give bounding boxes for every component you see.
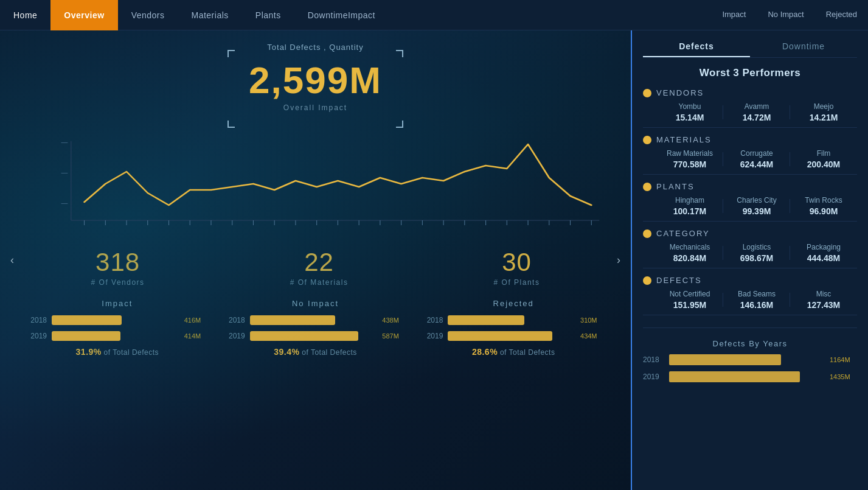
performer-dot <box>643 183 651 191</box>
bar-row: 2018 310M <box>423 315 603 325</box>
bar-fill <box>52 331 120 341</box>
nav-item-materials[interactable]: Materials <box>178 0 242 30</box>
year-bar-row: 2018 1164M <box>643 354 857 365</box>
nav-item-overview[interactable]: Overview <box>50 0 117 30</box>
bar-year: 2018 <box>27 316 47 324</box>
performer-category: Vendors <box>656 88 704 97</box>
performer-divider <box>643 174 857 175</box>
bar-row: 2018 416M <box>27 315 207 325</box>
performer-item: Film 200.40M <box>790 149 857 169</box>
performer-dot <box>643 276 651 285</box>
svg-text:—: — <box>61 200 68 207</box>
performer-name: Misc <box>790 290 857 298</box>
performer-item: Twin Rocks 96.90M <box>790 196 857 216</box>
performer-divider <box>643 221 857 222</box>
bar-value: 438M <box>382 317 405 324</box>
nav-item-downtimeimpact[interactable]: DowntimeImpact <box>294 0 389 30</box>
performer-category: Plants <box>656 182 695 191</box>
divider <box>643 327 857 328</box>
performer-dot <box>643 89 651 97</box>
bar-year: 2018 <box>226 316 245 324</box>
performer-header: Plants <box>643 182 857 191</box>
top-tab-no-impact[interactable]: No Impact <box>757 0 814 30</box>
prev-arrow[interactable]: ‹ <box>3 251 21 270</box>
bar-track <box>52 315 179 325</box>
performer-header: Defects <box>643 276 857 285</box>
bar-fill <box>448 331 552 341</box>
performer-items: Not Certified 151.95M Bad Seams 146.16M … <box>643 290 857 310</box>
nav-item-plants[interactable]: Plants <box>242 0 294 30</box>
performer-name: Twin Rocks <box>790 196 857 205</box>
right-tab-downtime[interactable]: Downtime <box>750 37 857 57</box>
performer-items: Mechanicals 820.84M Logistics 698.67M Pa… <box>643 243 857 263</box>
performer-category: Materials <box>656 135 712 144</box>
next-arrow[interactable]: › <box>609 251 628 270</box>
line-chart: — — — <box>18 129 613 239</box>
bar-track <box>250 331 378 341</box>
bar-fill <box>250 315 335 325</box>
performer-value: 99.39M <box>723 206 790 216</box>
nav-item-home[interactable]: Home <box>0 0 50 30</box>
chart-subtitle: Overall Impact <box>249 103 382 112</box>
performer-value: 444.48M <box>790 253 857 263</box>
stat-item: 318 # Of Vendors <box>91 248 145 287</box>
chart-container: Total Defects , Quantity 2,599M Overall … <box>18 43 613 123</box>
bar-fill <box>52 315 122 325</box>
year-bar-row: 2019 1435M <box>643 371 857 382</box>
performer-name: Bad Seams <box>723 290 790 298</box>
performer-divider <box>643 315 857 315</box>
pct-text: 28.6% of Total Defects <box>423 347 603 357</box>
worst-3-title: Worst 3 Performers <box>643 67 857 79</box>
performer-name: Charles City <box>723 196 790 205</box>
top-tab-impact[interactable]: Impact <box>711 0 757 30</box>
bar-track <box>448 331 575 341</box>
nav-item-vendors[interactable]: Vendors <box>118 0 178 30</box>
right-tab-defects[interactable]: Defects <box>643 37 750 57</box>
year-bar-track <box>669 354 825 365</box>
impact-col: Rejected 2018 310M 2019 434M 28.6% of To… <box>414 299 613 357</box>
years-section-title: Defects By Years <box>643 339 857 348</box>
performer-value: 15.14M <box>656 113 723 122</box>
year-bar-fill <box>669 371 800 382</box>
performer-item: Raw Materials 770.58M <box>656 149 723 169</box>
performer-items: Raw Materials 770.58M Corrugate 624.44M … <box>643 149 857 169</box>
stat-item: 22 # Of Materials <box>290 248 349 287</box>
year-label: 2018 <box>643 355 664 364</box>
performer-header: Materials <box>643 135 857 144</box>
performer-item: Hingham 100.17M <box>656 196 723 216</box>
performer-item: Yombu 15.14M <box>656 102 723 122</box>
year-bar-fill <box>669 354 781 365</box>
year-label: 2019 <box>643 373 664 381</box>
performer-items: Hingham 100.17M Charles City 99.39M Twin… <box>643 196 857 216</box>
impact-title: No Impact <box>226 299 406 308</box>
performer-section-vendors: Vendors Yombu 15.14M Avamm 14.72M Meejo … <box>643 88 857 128</box>
bar-year: 2019 <box>226 332 245 340</box>
bar-value: 416M <box>184 317 207 324</box>
impact-col: Impact 2018 416M 2019 414M 31.9% of Tota… <box>18 299 217 357</box>
bar-value: 587M <box>382 332 405 340</box>
stat-value: 30 <box>494 248 540 277</box>
performer-name: Meejo <box>790 102 857 111</box>
stat-label: # Of Materials <box>290 278 349 287</box>
performer-name: Yombu <box>656 102 723 111</box>
top-tab-rejected[interactable]: Rejected <box>815 0 868 30</box>
performer-name: Mechanicals <box>656 243 723 251</box>
performer-name: Logistics <box>723 243 790 251</box>
performer-item: Mechanicals 820.84M <box>656 243 723 263</box>
year-bar-track <box>669 371 825 382</box>
bar-track <box>250 315 378 325</box>
performer-value: 127.43M <box>790 300 857 310</box>
stat-value: 22 <box>290 248 349 277</box>
bar-fill <box>250 331 358 341</box>
left-panel: ‹ › Total Defects , Quantity 2,599M Over… <box>0 30 631 490</box>
performer-name: Hingham <box>656 196 723 205</box>
bar-row: 2018 438M <box>226 315 406 325</box>
bar-row: 2019 414M <box>27 331 207 341</box>
performer-item: Bad Seams 146.16M <box>723 290 790 310</box>
performer-name: Film <box>790 149 857 158</box>
performer-name: Packaging <box>790 243 857 251</box>
right-panel-tabs: DefectsDowntime <box>643 37 857 58</box>
pct-text: 39.4% of Total Defects <box>226 347 406 357</box>
bar-year: 2019 <box>423 332 443 340</box>
bar-track <box>448 315 575 325</box>
